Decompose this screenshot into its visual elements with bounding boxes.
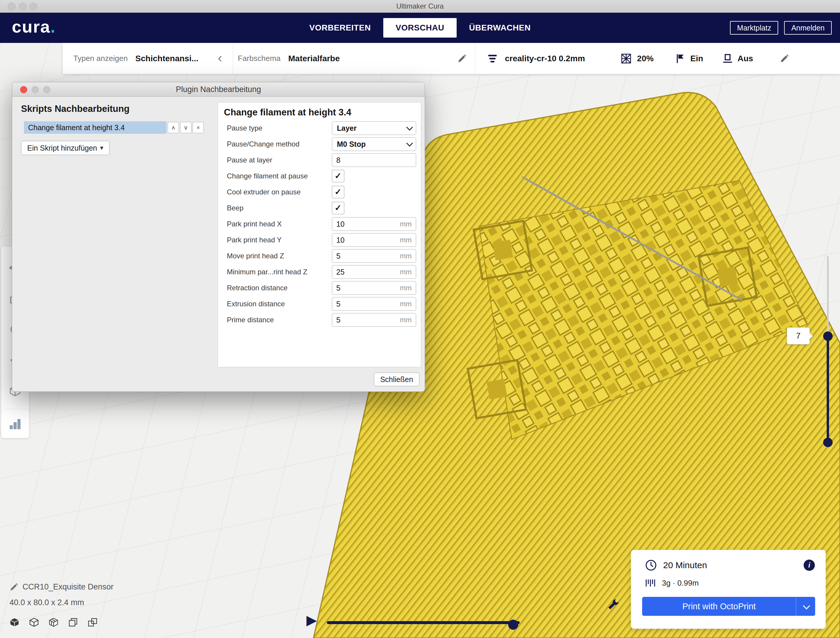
current-layer-value: 7 xyxy=(796,331,801,340)
input-value: 5 xyxy=(332,316,340,325)
printer-profile-value: creality-cr-10 0.2mm xyxy=(505,54,585,63)
print-with-octoprint-button[interactable]: Print with OctoPrint xyxy=(642,597,815,616)
pause-change-method-select[interactable]: M0 Stop xyxy=(332,137,416,151)
field-label: Change filament at pause xyxy=(227,172,332,180)
adhesion-value: Aus xyxy=(737,54,753,63)
edit-settings-pencil-icon[interactable] xyxy=(780,54,789,63)
script-list-item-selected[interactable]: Change filament at height 3.4 xyxy=(24,121,167,134)
dialog-close-button[interactable] xyxy=(20,86,27,93)
pause-type-select[interactable]: Layer xyxy=(332,121,416,135)
model-cube-outline-icon[interactable] xyxy=(29,617,39,627)
model-group-icon[interactable] xyxy=(88,617,98,627)
simulation-slider-handle[interactable] xyxy=(508,620,518,630)
layer-slider-lower-handle[interactable] xyxy=(823,438,833,447)
app-header: cura. VORBEREITEN VORSCHAU ÜBERWACHEN Ma… xyxy=(0,13,840,43)
view-type-label: Typen anzeigen xyxy=(73,54,128,63)
layer-stairs-icon xyxy=(9,418,21,430)
change-filament-at-pause-checkbox[interactable]: ✓ xyxy=(332,170,344,182)
field-row-retraction-distance: Retraction distance5mm xyxy=(218,280,421,296)
script-move-down-button[interactable]: ∨ xyxy=(180,122,191,133)
print-settings-tools-icon[interactable] xyxy=(606,598,620,613)
beep-checkbox[interactable]: ✓ xyxy=(332,202,344,214)
select-value: M0 Stop xyxy=(337,140,366,149)
model-cube-solid-icon[interactable] xyxy=(9,617,19,627)
field-label: Park print head Y xyxy=(227,236,332,244)
field-label: Move print head Z xyxy=(227,252,332,260)
extrusion-distance-input[interactable]: 5mm xyxy=(332,297,416,311)
dialog-close-action-button[interactable]: Schließen xyxy=(374,372,419,386)
input-unit: mm xyxy=(400,300,412,308)
retraction-distance-input[interactable]: 5mm xyxy=(332,281,416,295)
field-label: Pause type xyxy=(227,124,332,132)
script-remove-button[interactable]: × xyxy=(193,122,204,133)
input-unit: mm xyxy=(400,252,412,260)
chevron-left-icon[interactable]: ‹ xyxy=(218,51,222,64)
field-row-move-print-head-z: Move print head Z5mm xyxy=(218,248,421,264)
cool-extruder-on-pause-checkbox[interactable]: ✓ xyxy=(332,186,344,198)
field-label: Beep xyxy=(227,204,332,212)
view-toolbar: Typen anzeigen Schichtenansi... ‹ Farbsc… xyxy=(63,43,840,74)
script-move-up-button[interactable]: ∧ xyxy=(168,122,179,133)
view-type-selector[interactable]: Typen anzeigen Schichtenansi... ‹ xyxy=(63,43,233,74)
layer-slider-range[interactable] xyxy=(827,336,829,442)
edit-pencil-icon[interactable] xyxy=(457,54,467,63)
script-list: Change filament at height 3.4 ∧ ∨ × xyxy=(24,121,204,134)
color-scheme-selector[interactable]: Farbschema Materialfarbe xyxy=(233,43,475,74)
print-settings-summary[interactable]: creality-cr-10 0.2mm 20% Ein Aus xyxy=(475,43,840,74)
dialog-title: Plugin Nachbearbeitung xyxy=(12,82,425,97)
tab-monitor[interactable]: ÜBERWACHEN xyxy=(457,18,543,38)
tool-panel-extra[interactable] xyxy=(1,410,29,438)
model-dimensions: 40.0 x 80.0 x 2.4 mm xyxy=(9,598,114,607)
rename-pencil-icon[interactable] xyxy=(9,583,18,592)
signin-button[interactable]: Anmelden xyxy=(784,21,832,35)
tab-preview[interactable]: VORSCHAU xyxy=(383,18,457,38)
layer-slider-upper-handle[interactable] xyxy=(823,331,833,341)
field-row-park-print-head-x: Park print head X10mm xyxy=(218,216,421,232)
infill-icon xyxy=(621,53,632,64)
print-options-dropdown[interactable] xyxy=(796,597,815,616)
add-script-button[interactable]: Ein Skript hinzufügen ▾ xyxy=(21,141,109,155)
material-usage-value: 3g · 0.99m xyxy=(662,578,699,588)
field-row-beep: Beep✓ xyxy=(218,200,421,216)
simulation-slider-track[interactable] xyxy=(327,621,519,624)
dialog-zoom-button xyxy=(43,86,50,93)
pause-at-layer-input[interactable]: 8 xyxy=(332,153,416,167)
move-print-head-z-input[interactable]: 5mm xyxy=(332,249,416,263)
input-unit: mm xyxy=(400,284,412,292)
field-label: Cool extruder on pause xyxy=(227,188,332,196)
park-print-head-y-input[interactable]: 10mm xyxy=(332,233,416,247)
script-settings-panel: Change filament at height 3.4 Pause type… xyxy=(218,102,421,367)
window-title: Ultimaker Cura xyxy=(0,0,840,13)
input-unit: mm xyxy=(400,268,412,276)
input-value: 25 xyxy=(332,268,344,276)
material-usage-row: 3g · 0.99m xyxy=(645,577,699,589)
marketplace-button[interactable]: Marktplatz xyxy=(730,21,778,35)
input-unit: mm xyxy=(400,220,412,228)
dialog-title-bar[interactable]: Plugin Nachbearbeitung xyxy=(12,82,425,97)
input-value: 10 xyxy=(332,236,344,244)
model-info: CCR10_Exquisite Densor 40.0 x 80.0 x 2.4… xyxy=(9,583,114,607)
park-print-head-x-input[interactable]: 10mm xyxy=(332,217,416,231)
field-row-pause-at-layer: Pause at layer8 xyxy=(218,152,421,168)
check-icon: ✓ xyxy=(335,172,341,180)
logo-dot: . xyxy=(51,17,56,36)
dialog-fields: Pause typeLayerPause/Change methodM0 Sto… xyxy=(218,120,421,328)
check-icon: ✓ xyxy=(335,188,341,196)
select-value: Layer xyxy=(337,124,357,133)
prime-distance-input[interactable]: 5mm xyxy=(332,313,416,327)
input-value: 5 xyxy=(332,300,340,308)
model-cube-grid-icon[interactable] xyxy=(49,617,58,627)
field-label: Retraction distance xyxy=(227,284,332,292)
layers-icon xyxy=(487,53,498,64)
tab-prepare[interactable]: VORBEREITEN xyxy=(297,18,383,38)
minimum-par-rint-head-z-input[interactable]: 25mm xyxy=(332,265,416,279)
post-processing-dialog: Plugin Nachbearbeitung Skripts Nachbearb… xyxy=(12,82,425,392)
play-button[interactable]: ▶ xyxy=(306,613,317,627)
info-icon[interactable]: i xyxy=(804,560,815,571)
add-script-label: Ein Skript hinzufügen xyxy=(27,144,97,152)
os-title-bar: Ultimaker Cura xyxy=(0,0,840,13)
check-icon: ✓ xyxy=(335,204,341,212)
input-value: 5 xyxy=(332,252,340,260)
scripts-heading: Skripts Nachbearbeitung xyxy=(21,104,129,114)
model-copies-icon[interactable] xyxy=(68,617,78,627)
